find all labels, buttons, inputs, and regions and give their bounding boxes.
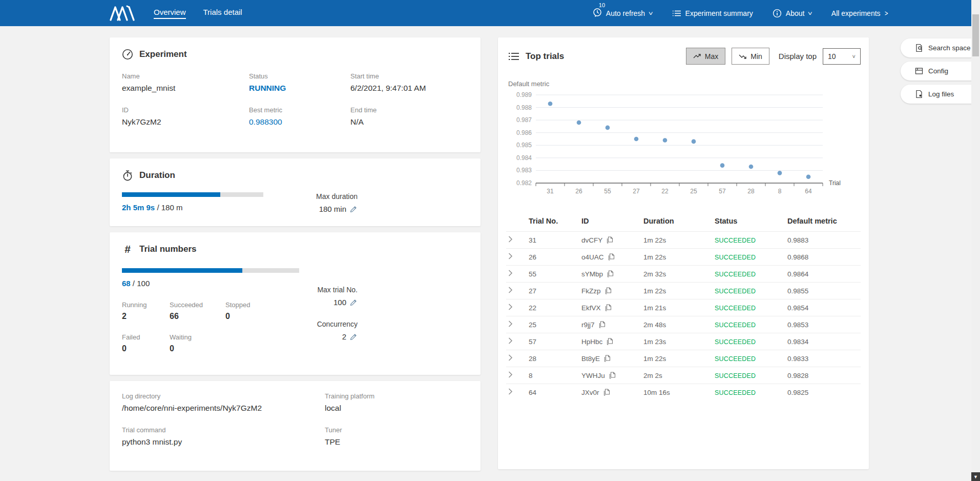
y-tick-label: 0.982 bbox=[516, 179, 532, 187]
scatter-point[interactable] bbox=[692, 139, 696, 144]
trial-stat: Failed0 bbox=[122, 333, 170, 353]
config-button[interactable]: Config bbox=[901, 62, 980, 81]
chevron-down-icon: ˅ bbox=[808, 10, 812, 16]
copy-icon[interactable] bbox=[605, 304, 612, 311]
cell-trial-no: 57 bbox=[527, 333, 579, 350]
trial-row: 55sYMbp2m 32sSUCCEEDED0.9864 bbox=[506, 266, 861, 283]
log-files-label: Log files bbox=[928, 90, 954, 98]
scrollbar-thumb[interactable] bbox=[972, 14, 979, 56]
stat-label: Failed bbox=[122, 333, 170, 341]
edit-pencil-icon[interactable] bbox=[350, 298, 358, 306]
tab-trials-detail[interactable]: Trials detail bbox=[203, 8, 242, 19]
cell-status: SUCCEEDED bbox=[715, 254, 756, 261]
stopwatch-icon bbox=[122, 170, 133, 181]
cell-id: Bt8yE bbox=[579, 350, 641, 367]
scatter-point[interactable] bbox=[663, 138, 668, 143]
stat-value: 66 bbox=[170, 312, 225, 321]
duration-progress-track bbox=[122, 192, 263, 197]
field-label: Name bbox=[122, 72, 249, 80]
field-label: Log directory bbox=[122, 392, 325, 400]
max-duration-value: 180 min bbox=[319, 205, 346, 213]
max-trial-value: 100 bbox=[333, 298, 346, 307]
field-value: python3 mnist.py bbox=[122, 437, 325, 447]
cell-trial-no: 28 bbox=[527, 350, 579, 367]
cell-metric: 0.9825 bbox=[785, 384, 861, 401]
trials-progress-fill bbox=[122, 268, 242, 273]
trial-numbers-card-title: Trial numbers bbox=[139, 244, 196, 254]
expand-chevron-icon[interactable] bbox=[508, 371, 513, 378]
nni-logo bbox=[110, 5, 136, 22]
expand-chevron-icon[interactable] bbox=[508, 337, 513, 344]
cell-duration: 1m 22s bbox=[641, 249, 713, 266]
expand-chevron-icon[interactable] bbox=[508, 388, 513, 395]
about-menu[interactable]: About ˅ bbox=[773, 9, 812, 18]
scatter-point[interactable] bbox=[606, 126, 610, 130]
scatter-point[interactable] bbox=[577, 121, 581, 125]
copy-icon[interactable] bbox=[609, 372, 616, 379]
default-metric-scatter-chart[interactable]: Default metric0.9890.9880.9870.9860.9850… bbox=[506, 79, 865, 203]
trial-row: 31dvCFY1m 22sSUCCEEDED0.9883 bbox=[506, 232, 861, 249]
scatter-point[interactable] bbox=[634, 137, 639, 142]
cell-metric: 0.9853 bbox=[785, 316, 861, 333]
expand-chevron-icon[interactable] bbox=[508, 270, 513, 276]
expand-chevron-icon[interactable] bbox=[508, 354, 513, 361]
copy-icon[interactable] bbox=[607, 270, 614, 277]
edit-pencil-icon[interactable] bbox=[350, 205, 358, 213]
cell-status: SUCCEEDED bbox=[715, 237, 756, 244]
field-label: ID bbox=[122, 106, 249, 114]
trial-numbers-card: # Trial numbers 68 / 100 Running2Succeed… bbox=[110, 232, 481, 375]
trial-stat: Succeeded66 bbox=[170, 301, 225, 321]
cell-metric: 0.9854 bbox=[785, 299, 861, 316]
col-duration: Duration bbox=[641, 212, 713, 232]
scatter-point[interactable] bbox=[806, 174, 811, 179]
field-label: Trial command bbox=[122, 426, 325, 434]
tab-overview[interactable]: Overview bbox=[154, 8, 186, 19]
edit-pencil-icon[interactable] bbox=[350, 333, 358, 340]
copy-icon[interactable] bbox=[599, 321, 606, 328]
expand-chevron-icon[interactable] bbox=[508, 253, 513, 259]
expand-chevron-icon[interactable] bbox=[508, 304, 513, 310]
expand-chevron-icon[interactable] bbox=[508, 236, 513, 243]
trend-up-icon bbox=[693, 53, 701, 59]
copy-icon[interactable] bbox=[605, 287, 612, 294]
scatter-point[interactable] bbox=[720, 163, 725, 168]
all-experiments-link[interactable]: All experiments ˅ bbox=[831, 9, 888, 17]
cell-id: o4UAC bbox=[579, 249, 641, 266]
cell-status: SUCCEEDED bbox=[715, 355, 756, 363]
max-button[interactable]: Max bbox=[686, 48, 725, 65]
vertical-scrollbar[interactable]: ▼ bbox=[971, 0, 980, 481]
scatter-point[interactable] bbox=[749, 165, 754, 169]
cell-metric: 0.9833 bbox=[785, 350, 861, 367]
experiment-summary-button[interactable]: Experiment summary bbox=[672, 9, 753, 18]
cell-duration: 2m 2s bbox=[641, 367, 713, 384]
scatter-point[interactable] bbox=[548, 102, 553, 106]
display-top-label: Display top bbox=[779, 52, 817, 61]
expand-chevron-icon[interactable] bbox=[508, 287, 513, 293]
cell-status: SUCCEEDED bbox=[715, 338, 756, 346]
trial-row: 28Bt8yE1m 22sSUCCEEDED0.9833 bbox=[506, 350, 861, 367]
scroll-down-arrow[interactable]: ▼ bbox=[971, 472, 980, 481]
search-space-button[interactable]: Search space bbox=[901, 38, 980, 57]
max-button-label: Max bbox=[705, 52, 718, 61]
expand-chevron-icon[interactable] bbox=[508, 320, 513, 327]
experiment-info-card: Log directory/home/core/nni-experiments/… bbox=[110, 381, 481, 471]
cell-trial-no: 22 bbox=[527, 299, 579, 316]
x-tick-label: 55 bbox=[604, 188, 611, 195]
min-button[interactable]: Min bbox=[732, 48, 769, 65]
log-files-button[interactable]: Log files bbox=[901, 85, 980, 104]
config-icon bbox=[915, 67, 923, 75]
trials-current: 68 bbox=[122, 279, 131, 288]
cell-status: SUCCEEDED bbox=[715, 372, 756, 379]
copy-icon[interactable] bbox=[608, 253, 615, 260]
x-tick-label: 27 bbox=[633, 188, 640, 195]
auto-refresh-menu[interactable]: 10 Auto refresh ˅ bbox=[593, 8, 653, 18]
display-top-select[interactable]: 10 ˅ bbox=[823, 48, 861, 65]
copy-icon[interactable] bbox=[607, 338, 613, 345]
copy-icon[interactable] bbox=[603, 389, 610, 396]
trial-row: 25r9jj72m 48sSUCCEEDED0.9853 bbox=[506, 316, 861, 333]
scatter-point[interactable] bbox=[778, 171, 782, 175]
trial-row: 57HpHbc1m 23sSUCCEEDED0.9834 bbox=[506, 333, 861, 350]
copy-icon[interactable] bbox=[604, 355, 611, 362]
trial-row: 26o4UAC1m 22sSUCCEEDED0.9868 bbox=[506, 249, 861, 266]
copy-icon[interactable] bbox=[607, 236, 613, 244]
